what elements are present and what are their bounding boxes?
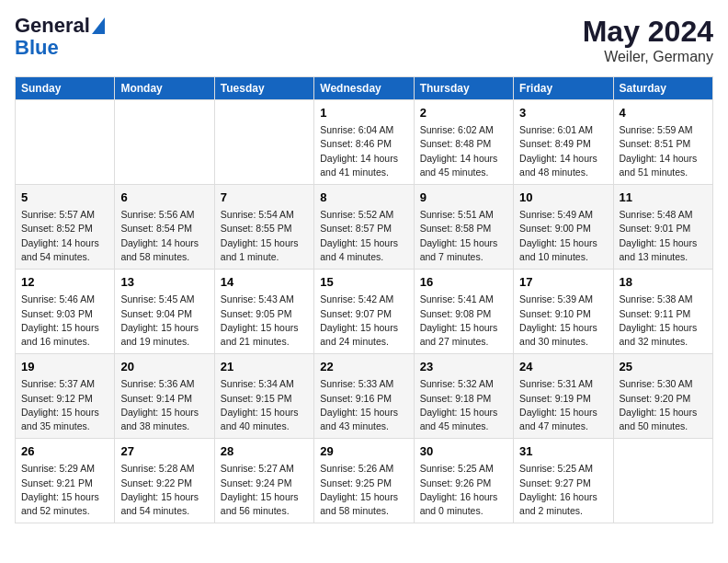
- calendar-cell: 9Sunrise: 5:51 AM Sunset: 8:58 PM Daylig…: [414, 185, 513, 270]
- day-info: Sunrise: 5:43 AM Sunset: 9:05 PM Dayligh…: [221, 293, 308, 349]
- calendar-cell: 10Sunrise: 5:49 AM Sunset: 9:00 PM Dayli…: [514, 185, 613, 270]
- calendar-week-row: 12Sunrise: 5:46 AM Sunset: 9:03 PM Dayli…: [16, 270, 713, 354]
- logo-triangle-icon: [92, 17, 105, 34]
- calendar-cell: 8Sunrise: 5:52 AM Sunset: 8:57 PM Daylig…: [314, 185, 414, 270]
- day-info: Sunrise: 5:39 AM Sunset: 9:10 PM Dayligh…: [519, 293, 607, 349]
- calendar-cell: 11Sunrise: 5:48 AM Sunset: 9:01 PM Dayli…: [613, 185, 712, 270]
- calendar-cell: 24Sunrise: 5:31 AM Sunset: 9:19 PM Dayli…: [514, 354, 613, 439]
- day-info: Sunrise: 5:36 AM Sunset: 9:14 PM Dayligh…: [120, 377, 208, 433]
- day-number: 1: [320, 105, 407, 121]
- calendar-cell: 21Sunrise: 5:34 AM Sunset: 9:15 PM Dayli…: [214, 354, 313, 439]
- day-number: 5: [21, 190, 108, 206]
- day-info: Sunrise: 5:27 AM Sunset: 9:24 PM Dayligh…: [221, 462, 308, 518]
- calendar-cell: 29Sunrise: 5:26 AM Sunset: 9:25 PM Dayli…: [314, 439, 414, 523]
- calendar-week-row: 26Sunrise: 5:29 AM Sunset: 9:21 PM Dayli…: [16, 439, 713, 523]
- calendar-cell: 28Sunrise: 5:27 AM Sunset: 9:24 PM Dayli…: [214, 439, 313, 523]
- calendar-week-row: 1Sunrise: 6:04 AM Sunset: 8:46 PM Daylig…: [16, 100, 713, 185]
- day-number: 29: [320, 443, 407, 460]
- calendar-cell: 18Sunrise: 5:38 AM Sunset: 9:11 PM Dayli…: [613, 270, 712, 354]
- day-info: Sunrise: 5:26 AM Sunset: 9:25 PM Dayligh…: [320, 462, 407, 518]
- day-info: Sunrise: 5:30 AM Sunset: 9:20 PM Dayligh…: [620, 377, 707, 433]
- day-number: 28: [221, 443, 308, 460]
- calendar-cell: [16, 100, 115, 185]
- col-header-monday: Monday: [115, 77, 214, 100]
- day-info: Sunrise: 5:25 AM Sunset: 9:27 PM Dayligh…: [519, 462, 607, 518]
- day-number: 4: [620, 105, 707, 121]
- day-number: 9: [420, 190, 507, 206]
- calendar-cell: 13Sunrise: 5:45 AM Sunset: 9:04 PM Dayli…: [115, 270, 214, 354]
- day-info: Sunrise: 5:46 AM Sunset: 9:03 PM Dayligh…: [21, 293, 108, 349]
- day-number: 10: [519, 190, 607, 206]
- day-info: Sunrise: 5:57 AM Sunset: 8:52 PM Dayligh…: [21, 208, 108, 264]
- calendar-cell: 20Sunrise: 5:36 AM Sunset: 9:14 PM Dayli…: [115, 354, 214, 439]
- day-number: 19: [21, 359, 108, 375]
- day-info: Sunrise: 5:28 AM Sunset: 9:22 PM Dayligh…: [120, 462, 208, 518]
- day-info: Sunrise: 6:04 AM Sunset: 8:46 PM Dayligh…: [320, 123, 407, 179]
- day-info: Sunrise: 5:33 AM Sunset: 9:16 PM Dayligh…: [320, 377, 407, 433]
- day-number: 12: [21, 274, 108, 291]
- logo: General Blue: [15, 15, 105, 59]
- day-number: 17: [519, 274, 607, 291]
- calendar-cell: 2Sunrise: 6:02 AM Sunset: 8:48 PM Daylig…: [414, 100, 513, 185]
- day-info: Sunrise: 5:38 AM Sunset: 9:11 PM Dayligh…: [620, 293, 707, 349]
- calendar-cell: 16Sunrise: 5:41 AM Sunset: 9:08 PM Dayli…: [414, 270, 513, 354]
- day-number: 8: [320, 190, 407, 206]
- day-info: Sunrise: 5:56 AM Sunset: 8:54 PM Dayligh…: [120, 208, 208, 264]
- day-info: Sunrise: 6:01 AM Sunset: 8:49 PM Dayligh…: [519, 123, 607, 179]
- day-number: 15: [320, 274, 407, 291]
- day-info: Sunrise: 5:48 AM Sunset: 9:01 PM Dayligh…: [620, 208, 707, 264]
- calendar-cell: [214, 100, 313, 185]
- day-number: 21: [221, 359, 308, 375]
- calendar-cell: 26Sunrise: 5:29 AM Sunset: 9:21 PM Dayli…: [16, 439, 115, 523]
- day-number: 27: [120, 443, 208, 460]
- day-number: 30: [420, 443, 507, 460]
- calendar-cell: 31Sunrise: 5:25 AM Sunset: 9:27 PM Dayli…: [514, 439, 613, 523]
- day-number: 3: [519, 105, 607, 121]
- calendar-cell: 14Sunrise: 5:43 AM Sunset: 9:05 PM Dayli…: [214, 270, 313, 354]
- day-number: 31: [519, 443, 607, 460]
- day-number: 14: [221, 274, 308, 291]
- day-info: Sunrise: 5:37 AM Sunset: 9:12 PM Dayligh…: [21, 377, 108, 433]
- calendar-cell: 5Sunrise: 5:57 AM Sunset: 8:52 PM Daylig…: [16, 185, 115, 270]
- day-info: Sunrise: 5:41 AM Sunset: 9:08 PM Dayligh…: [420, 293, 507, 349]
- month-year-title: May 2024: [583, 15, 713, 49]
- day-info: Sunrise: 6:02 AM Sunset: 8:48 PM Dayligh…: [420, 123, 507, 179]
- day-info: Sunrise: 5:49 AM Sunset: 9:00 PM Dayligh…: [519, 208, 607, 264]
- day-number: 2: [420, 105, 507, 121]
- day-info: Sunrise: 5:34 AM Sunset: 9:15 PM Dayligh…: [221, 377, 308, 433]
- calendar-table: SundayMondayTuesdayWednesdayThursdayFrid…: [15, 76, 713, 523]
- day-info: Sunrise: 5:54 AM Sunset: 8:55 PM Dayligh…: [221, 208, 308, 264]
- logo-text-general: General: [15, 15, 90, 37]
- calendar-cell: 12Sunrise: 5:46 AM Sunset: 9:03 PM Dayli…: [16, 270, 115, 354]
- day-number: 6: [120, 190, 208, 206]
- calendar-cell: 22Sunrise: 5:33 AM Sunset: 9:16 PM Dayli…: [314, 354, 414, 439]
- calendar-cell: [613, 439, 712, 523]
- calendar-cell: 4Sunrise: 5:59 AM Sunset: 8:51 PM Daylig…: [613, 100, 712, 185]
- day-info: Sunrise: 5:59 AM Sunset: 8:51 PM Dayligh…: [620, 123, 707, 179]
- day-info: Sunrise: 5:31 AM Sunset: 9:19 PM Dayligh…: [519, 377, 607, 433]
- col-header-wednesday: Wednesday: [314, 77, 414, 100]
- calendar-cell: 19Sunrise: 5:37 AM Sunset: 9:12 PM Dayli…: [16, 354, 115, 439]
- title-block: May 2024 Weiler, Germany: [583, 15, 713, 65]
- calendar-cell: [115, 100, 214, 185]
- day-info: Sunrise: 5:32 AM Sunset: 9:18 PM Dayligh…: [420, 377, 507, 433]
- day-number: 13: [120, 274, 208, 291]
- calendar-cell: 30Sunrise: 5:25 AM Sunset: 9:26 PM Dayli…: [414, 439, 513, 523]
- day-info: Sunrise: 5:29 AM Sunset: 9:21 PM Dayligh…: [21, 462, 108, 518]
- calendar-week-row: 5Sunrise: 5:57 AM Sunset: 8:52 PM Daylig…: [16, 185, 713, 270]
- day-info: Sunrise: 5:25 AM Sunset: 9:26 PM Dayligh…: [420, 462, 507, 518]
- day-number: 11: [620, 190, 707, 206]
- day-number: 26: [21, 443, 108, 460]
- location-title: Weiler, Germany: [583, 49, 713, 65]
- day-number: 16: [420, 274, 507, 291]
- day-number: 23: [420, 359, 507, 375]
- day-info: Sunrise: 5:45 AM Sunset: 9:04 PM Dayligh…: [120, 293, 208, 349]
- calendar-cell: 15Sunrise: 5:42 AM Sunset: 9:07 PM Dayli…: [314, 270, 414, 354]
- col-header-tuesday: Tuesday: [214, 77, 313, 100]
- calendar-header-row: SundayMondayTuesdayWednesdayThursdayFrid…: [16, 77, 713, 100]
- calendar-cell: 3Sunrise: 6:01 AM Sunset: 8:49 PM Daylig…: [514, 100, 613, 185]
- col-header-saturday: Saturday: [613, 77, 712, 100]
- col-header-sunday: Sunday: [16, 77, 115, 100]
- col-header-friday: Friday: [514, 77, 613, 100]
- day-number: 24: [519, 359, 607, 375]
